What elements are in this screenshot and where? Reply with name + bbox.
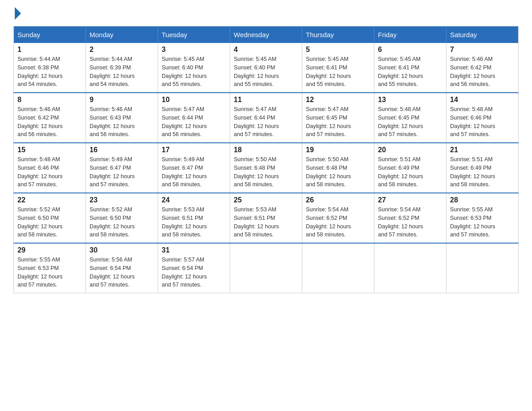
calendar-cell: 12Sunrise: 5:47 AMSunset: 6:45 PMDayligh… — [302, 93, 374, 143]
day-info: Sunrise: 5:48 AMSunset: 6:46 PMDaylight:… — [17, 155, 82, 189]
day-info: Sunrise: 5:55 AMSunset: 6:53 PMDaylight:… — [450, 206, 515, 239]
calendar-cell: 20Sunrise: 5:51 AMSunset: 6:49 PMDayligh… — [374, 143, 446, 193]
day-number: 5 — [306, 46, 370, 54]
day-number: 16 — [90, 146, 154, 154]
day-number: 3 — [162, 46, 226, 54]
day-number: 9 — [90, 96, 154, 104]
calendar-cell: 26Sunrise: 5:54 AMSunset: 6:52 PMDayligh… — [302, 193, 374, 243]
day-info: Sunrise: 5:52 AMSunset: 6:50 PMDaylight:… — [17, 206, 82, 239]
day-info: Sunrise: 5:52 AMSunset: 6:50 PMDaylight:… — [90, 206, 154, 239]
day-info: Sunrise: 5:46 AMSunset: 6:42 PMDaylight:… — [450, 55, 515, 89]
calendar-cell: 14Sunrise: 5:48 AMSunset: 6:46 PMDayligh… — [446, 93, 519, 143]
calendar-cell: 13Sunrise: 5:48 AMSunset: 6:45 PMDayligh… — [374, 93, 446, 143]
day-info: Sunrise: 5:55 AMSunset: 6:53 PMDaylight:… — [17, 256, 82, 289]
day-info: Sunrise: 5:56 AMSunset: 6:54 PMDaylight:… — [90, 256, 154, 289]
day-info: Sunrise: 5:47 AMSunset: 6:44 PMDaylight:… — [234, 105, 298, 139]
day-number: 4 — [234, 46, 298, 54]
day-number: 18 — [234, 146, 298, 154]
calendar-header-row: SundayMondayTuesdayWednesdayThursdayFrid… — [14, 26, 519, 43]
page-header — [13, 9, 519, 17]
calendar-cell — [446, 243, 519, 293]
calendar-cell: 23Sunrise: 5:52 AMSunset: 6:50 PMDayligh… — [86, 193, 158, 243]
calendar-cell: 5Sunrise: 5:45 AMSunset: 6:41 PMDaylight… — [302, 43, 374, 93]
day-info: Sunrise: 5:44 AMSunset: 6:38 PMDaylight:… — [17, 55, 82, 89]
calendar-cell: 4Sunrise: 5:45 AMSunset: 6:40 PMDaylight… — [230, 43, 302, 93]
calendar-week-row: 15Sunrise: 5:48 AMSunset: 6:46 PMDayligh… — [14, 143, 519, 193]
calendar-cell: 3Sunrise: 5:45 AMSunset: 6:40 PMDaylight… — [158, 43, 230, 93]
calendar-cell — [374, 243, 446, 293]
weekday-header-thursday: Thursday — [302, 26, 374, 43]
day-number: 15 — [17, 146, 82, 154]
calendar-cell: 22Sunrise: 5:52 AMSunset: 6:50 PMDayligh… — [14, 193, 86, 243]
day-info: Sunrise: 5:47 AMSunset: 6:45 PMDaylight:… — [306, 105, 370, 139]
day-number: 2 — [90, 46, 154, 54]
day-info: Sunrise: 5:45 AMSunset: 6:41 PMDaylight:… — [306, 55, 370, 89]
day-info: Sunrise: 5:57 AMSunset: 6:54 PMDaylight:… — [162, 256, 226, 289]
day-info: Sunrise: 5:49 AMSunset: 6:47 PMDaylight:… — [90, 155, 154, 189]
day-number: 11 — [234, 96, 298, 104]
calendar-cell: 24Sunrise: 5:53 AMSunset: 6:51 PMDayligh… — [158, 193, 230, 243]
calendar-cell — [302, 243, 374, 293]
logo — [13, 9, 21, 17]
day-number: 7 — [450, 46, 515, 54]
day-number: 1 — [17, 46, 82, 54]
day-number: 12 — [306, 96, 370, 104]
calendar-cell: 2Sunrise: 5:44 AMSunset: 6:39 PMDaylight… — [86, 43, 158, 93]
day-number: 28 — [450, 196, 515, 204]
day-number: 24 — [162, 196, 226, 204]
calendar-week-row: 8Sunrise: 5:46 AMSunset: 6:42 PMDaylight… — [14, 93, 519, 143]
calendar-week-row: 22Sunrise: 5:52 AMSunset: 6:50 PMDayligh… — [14, 193, 519, 243]
calendar-cell: 30Sunrise: 5:56 AMSunset: 6:54 PMDayligh… — [86, 243, 158, 293]
day-info: Sunrise: 5:53 AMSunset: 6:51 PMDaylight:… — [234, 206, 298, 239]
weekday-header-saturday: Saturday — [446, 26, 519, 43]
calendar-cell: 15Sunrise: 5:48 AMSunset: 6:46 PMDayligh… — [14, 143, 86, 193]
day-number: 23 — [90, 196, 154, 204]
day-number: 17 — [162, 146, 226, 154]
calendar-cell: 8Sunrise: 5:46 AMSunset: 6:42 PMDaylight… — [14, 93, 86, 143]
calendar-cell: 29Sunrise: 5:55 AMSunset: 6:53 PMDayligh… — [14, 243, 86, 293]
day-number: 21 — [450, 146, 515, 154]
calendar-cell: 6Sunrise: 5:45 AMSunset: 6:41 PMDaylight… — [374, 43, 446, 93]
weekday-header-wednesday: Wednesday — [230, 26, 302, 43]
calendar-cell: 17Sunrise: 5:49 AMSunset: 6:47 PMDayligh… — [158, 143, 230, 193]
day-number: 31 — [162, 246, 226, 254]
day-number: 22 — [17, 196, 82, 204]
day-info: Sunrise: 5:48 AMSunset: 6:45 PMDaylight:… — [378, 105, 442, 139]
calendar-cell: 25Sunrise: 5:53 AMSunset: 6:51 PMDayligh… — [230, 193, 302, 243]
calendar-week-row: 1Sunrise: 5:44 AMSunset: 6:38 PMDaylight… — [14, 43, 519, 93]
calendar-table: SundayMondayTuesdayWednesdayThursdayFrid… — [13, 26, 519, 293]
day-number: 29 — [17, 246, 82, 254]
calendar-week-row: 29Sunrise: 5:55 AMSunset: 6:53 PMDayligh… — [14, 243, 519, 293]
day-number: 8 — [17, 96, 82, 104]
day-info: Sunrise: 5:54 AMSunset: 6:52 PMDaylight:… — [378, 206, 442, 239]
day-number: 14 — [450, 96, 515, 104]
calendar-cell: 11Sunrise: 5:47 AMSunset: 6:44 PMDayligh… — [230, 93, 302, 143]
logo-triangle-icon — [15, 7, 21, 20]
day-info: Sunrise: 5:48 AMSunset: 6:46 PMDaylight:… — [450, 105, 515, 139]
day-info: Sunrise: 5:50 AMSunset: 6:48 PMDaylight:… — [234, 155, 298, 189]
logo-top — [13, 9, 21, 20]
day-info: Sunrise: 5:53 AMSunset: 6:51 PMDaylight:… — [162, 206, 226, 239]
day-number: 10 — [162, 96, 226, 104]
weekday-header-friday: Friday — [374, 26, 446, 43]
calendar-cell: 9Sunrise: 5:46 AMSunset: 6:43 PMDaylight… — [86, 93, 158, 143]
day-info: Sunrise: 5:49 AMSunset: 6:47 PMDaylight:… — [162, 155, 226, 189]
day-number: 25 — [234, 196, 298, 204]
day-info: Sunrise: 5:45 AMSunset: 6:41 PMDaylight:… — [378, 55, 442, 89]
calendar-cell: 10Sunrise: 5:47 AMSunset: 6:44 PMDayligh… — [158, 93, 230, 143]
day-info: Sunrise: 5:46 AMSunset: 6:43 PMDaylight:… — [90, 105, 154, 139]
calendar-cell: 18Sunrise: 5:50 AMSunset: 6:48 PMDayligh… — [230, 143, 302, 193]
day-info: Sunrise: 5:44 AMSunset: 6:39 PMDaylight:… — [90, 55, 154, 89]
calendar-cell: 16Sunrise: 5:49 AMSunset: 6:47 PMDayligh… — [86, 143, 158, 193]
day-info: Sunrise: 5:50 AMSunset: 6:48 PMDaylight:… — [306, 155, 370, 189]
day-info: Sunrise: 5:45 AMSunset: 6:40 PMDaylight:… — [162, 55, 226, 89]
weekday-header-sunday: Sunday — [14, 26, 86, 43]
day-info: Sunrise: 5:46 AMSunset: 6:42 PMDaylight:… — [17, 105, 82, 139]
day-info: Sunrise: 5:51 AMSunset: 6:49 PMDaylight:… — [450, 155, 515, 189]
day-number: 26 — [306, 196, 370, 204]
day-info: Sunrise: 5:54 AMSunset: 6:52 PMDaylight:… — [306, 206, 370, 239]
day-number: 19 — [306, 146, 370, 154]
weekday-header-tuesday: Tuesday — [158, 26, 230, 43]
calendar-cell: 21Sunrise: 5:51 AMSunset: 6:49 PMDayligh… — [446, 143, 519, 193]
day-number: 13 — [378, 96, 442, 104]
